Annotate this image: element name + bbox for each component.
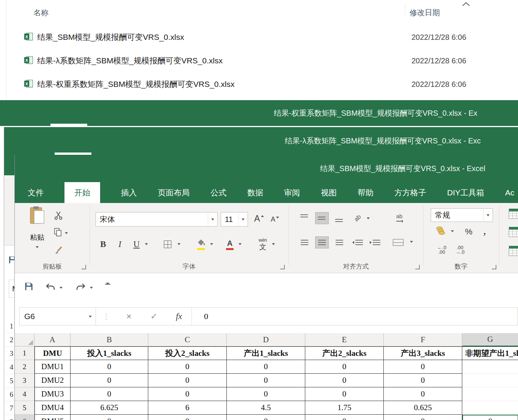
cell[interactable]: DMU	[35, 346, 71, 360]
phonetic-guide-button[interactable]: wén 文	[256, 236, 270, 252]
tab-data[interactable]: 数据	[247, 182, 263, 203]
row-header[interactable]: 7	[5, 401, 15, 415]
decrease-indent-button[interactable]	[350, 236, 365, 249]
wrap-text-button[interactable]: ab	[389, 211, 409, 225]
cell[interactable]	[462, 374, 518, 387]
increase-indent-button[interactable]	[367, 236, 383, 249]
cell[interactable]: 4.5	[227, 401, 305, 415]
cell[interactable]: 非期望产出1_slacks	[462, 346, 518, 360]
cell[interactable]: 0	[71, 374, 148, 387]
cell[interactable]: 0	[71, 415, 148, 420]
align-middle-button[interactable]	[315, 212, 329, 224]
cell[interactable]: DMU4	[35, 401, 71, 415]
borders-button[interactable]	[162, 239, 173, 249]
insert-function-button[interactable]: fx	[166, 308, 192, 325]
col-header-f[interactable]: F	[384, 333, 462, 346]
cell[interactable]: 0	[227, 374, 305, 387]
underline-caret[interactable]	[145, 243, 148, 245]
row-header[interactable]: 2	[15, 360, 35, 374]
align-top-button[interactable]	[298, 212, 311, 224]
copy-button[interactable]	[54, 227, 81, 239]
number-dialog-launcher[interactable]	[492, 265, 496, 269]
cell[interactable]	[462, 401, 518, 415]
cell[interactable]: 0	[384, 415, 462, 420]
file-row[interactable]: X 结果_SBM模型_规模报酬可变VRS_0.xlsx 2022/12/28 6…	[15, 29, 508, 46]
name-box[interactable]: G6	[20, 308, 96, 325]
cell[interactable]: 0	[384, 374, 462, 387]
cell[interactable]: 0	[384, 387, 462, 401]
cell[interactable]: 投入2_slacks	[148, 346, 227, 360]
formula-bar-splitter[interactable]: ⋮	[96, 308, 116, 325]
row-header[interactable]: 3	[15, 374, 35, 387]
align-right-button[interactable]	[333, 236, 346, 249]
cell[interactable]: DMU5	[35, 415, 71, 420]
cell[interactable]: 产出1_slacks	[227, 346, 305, 360]
col-header-b[interactable]: B	[71, 333, 148, 346]
cell-styles-icon[interactable]	[509, 245, 518, 258]
row-header[interactable]: 3	[5, 347, 15, 360]
cell[interactable]: 0	[71, 387, 148, 401]
cell[interactable]: 1.75	[305, 401, 384, 415]
font-color-button[interactable]: A	[224, 237, 235, 252]
alignment-dialog-launcher[interactable]	[415, 265, 420, 269]
undo-button[interactable]	[45, 282, 56, 293]
col-header-e[interactable]: E	[305, 333, 384, 346]
select-all-button[interactable]	[15, 333, 35, 346]
orientation-button[interactable]: ab	[350, 212, 365, 224]
tab-page-layout[interactable]: 页面布局	[158, 182, 190, 203]
percent-style-button[interactable]: %	[462, 226, 475, 238]
number-format-combo[interactable]: 常规	[431, 208, 493, 222]
font-color-caret[interactable]	[239, 243, 242, 245]
increase-font-button[interactable]: A	[252, 214, 266, 226]
font-size-combo[interactable]: 11	[221, 212, 248, 227]
cell[interactable]: 0	[71, 360, 148, 374]
underline-button[interactable]: U	[129, 236, 144, 252]
cell[interactable]: 0	[148, 360, 227, 374]
font-name-combo[interactable]: 宋体	[96, 212, 218, 227]
cell[interactable]: DMU3	[35, 387, 71, 401]
redo-button[interactable]	[75, 282, 86, 293]
customize-qat-button[interactable]	[105, 284, 111, 290]
conditional-formatting-icon[interactable]	[509, 208, 518, 220]
fill-color-caret[interactable]	[210, 243, 213, 245]
cell[interactable]: 0	[305, 387, 384, 401]
tab-file[interactable]: 文件	[28, 182, 44, 203]
cell[interactable]: 0	[148, 415, 227, 420]
file-row[interactable]: X 结果-权重系数矩阵_SBM模型_规模报酬可变VRS_0.xlsx 2022/…	[15, 76, 508, 93]
format-painter-button[interactable]	[54, 245, 75, 256]
cell[interactable]: 0	[148, 374, 227, 387]
comma-style-button[interactable]: ,	[479, 223, 490, 237]
cell[interactable]: 0	[227, 360, 305, 374]
row-header[interactable]: 8	[5, 415, 15, 420]
cut-button[interactable]	[54, 211, 75, 222]
cell[interactable]: DMU2	[35, 374, 71, 387]
dropdown-caret[interactable]	[238, 212, 248, 226]
row-header[interactable]: 6	[5, 388, 15, 401]
cell[interactable]: 0	[384, 360, 462, 374]
clipboard-dialog-launcher[interactable]	[82, 265, 86, 269]
bold-button[interactable]: B	[96, 236, 110, 252]
orientation-caret[interactable]	[367, 217, 370, 219]
cell[interactable]: 0	[305, 415, 384, 420]
cell[interactable]: 产出3_slacks	[384, 346, 462, 360]
accounting-caret[interactable]	[451, 230, 454, 232]
accounting-format-button[interactable]	[434, 225, 449, 238]
increase-decimal-button[interactable]: ←.0 .00	[433, 243, 450, 257]
merge-caret[interactable]	[410, 241, 413, 243]
row-header[interactable]: 1	[5, 319, 15, 333]
row-header[interactable]: 4	[15, 387, 35, 401]
files-column-date-header[interactable]: 修改日期	[410, 7, 440, 18]
align-bottom-button[interactable]	[333, 212, 346, 224]
cell[interactable]: 0	[227, 387, 305, 401]
cell[interactable]	[462, 360, 518, 374]
row-header[interactable]: 6	[15, 415, 35, 420]
align-left-button[interactable]	[298, 236, 311, 249]
tab-review[interactable]: 审阅	[284, 182, 300, 203]
dropdown-caret[interactable]	[483, 209, 493, 222]
row-header[interactable]: 5	[15, 401, 35, 415]
col-header-d[interactable]: D	[227, 333, 305, 346]
col-header-g[interactable]: G	[462, 333, 518, 346]
row-header[interactable]: 1	[15, 346, 35, 360]
name-box-caret[interactable]	[89, 316, 92, 318]
enter-button[interactable]: ✓	[141, 308, 166, 325]
